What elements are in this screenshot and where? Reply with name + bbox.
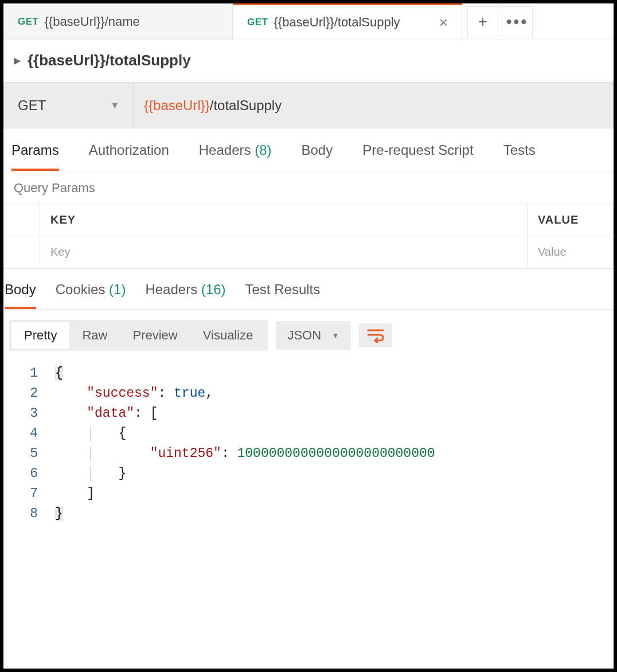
url-variable: {{baseUrl}}: [144, 97, 210, 114]
resp-tab-cookies[interactable]: Cookies (1): [56, 282, 126, 309]
code-line: "success": true,: [55, 384, 213, 404]
query-params-label: Query Params: [3, 171, 614, 204]
resp-tab-headers-label: Headers: [145, 282, 197, 297]
value-column-header: VALUE: [528, 204, 614, 236]
plus-icon: +: [478, 13, 487, 31]
chevron-down-icon: ▼: [110, 100, 119, 111]
request-title: {{baseUrl}}/totalSupply: [28, 52, 191, 69]
method-select-value: GET: [18, 97, 46, 114]
cookies-count: (1): [109, 282, 126, 297]
tab-options-button[interactable]: •••: [502, 6, 533, 37]
row-checkbox[interactable]: [3, 236, 40, 268]
line-number: 1: [3, 364, 55, 384]
code-line: ]: [55, 484, 95, 504]
resp-tab-cookies-label: Cookies: [56, 282, 106, 297]
tab-headers[interactable]: Headers (8): [199, 142, 272, 171]
table-header-row: KEY VALUE: [3, 204, 614, 236]
tab-params[interactable]: Params: [11, 142, 59, 171]
url-path: /totalSupply: [210, 97, 282, 114]
url-input[interactable]: {{baseUrl}}/totalSupply: [134, 83, 613, 128]
new-tab-button[interactable]: +: [467, 6, 498, 37]
line-number: 8: [3, 504, 55, 524]
line-number: 2: [3, 384, 55, 404]
tab-authorization[interactable]: Authorization: [89, 142, 169, 171]
tab-headers-label: Headers: [199, 142, 251, 158]
wrap-lines-button[interactable]: [359, 323, 392, 347]
value-input[interactable]: Value: [528, 236, 614, 268]
resp-tab-testresults[interactable]: Test Results: [245, 282, 321, 309]
response-tabs: Body Cookies (1) Headers (16) Test Resul…: [3, 269, 614, 310]
view-raw[interactable]: Raw: [69, 322, 120, 349]
code-line: "data": [: [55, 404, 158, 424]
query-params-table: KEY VALUE Key Value: [3, 204, 614, 269]
tab-name[interactable]: GET {{baseUrl}}/name: [3, 3, 233, 40]
line-number: 4: [3, 424, 55, 444]
tab-label: {{baseUrl}}/totalSupply: [274, 15, 400, 30]
table-row: Key Value: [3, 236, 614, 268]
view-preview[interactable]: Preview: [120, 322, 190, 349]
http-method-badge: GET: [247, 17, 268, 28]
close-icon[interactable]: ×: [439, 15, 448, 30]
method-select[interactable]: GET ▼: [4, 83, 134, 128]
http-method-badge: GET: [18, 16, 38, 28]
request-tabs: Params Authorization Headers (8) Body Pr…: [3, 128, 614, 171]
code-line: │ "uint256": 1000000000000000000000000: [55, 444, 435, 464]
checkbox-column-header: [3, 204, 40, 236]
resp-headers-count: (16): [201, 282, 226, 297]
language-value: JSON: [287, 328, 321, 343]
request-title-row: ▶ {{baseUrl}}/totalSupply: [3, 40, 614, 83]
chevron-down-icon: ▼: [331, 331, 339, 340]
line-number: 7: [3, 484, 55, 504]
resp-tab-body[interactable]: Body: [5, 282, 36, 309]
view-mode-segment: Pretty Raw Preview Visualize: [9, 320, 268, 351]
ellipsis-icon: •••: [506, 13, 528, 31]
expand-caret-icon[interactable]: ▶: [14, 55, 21, 66]
tab-label: {{baseUrl}}/name: [44, 14, 139, 29]
key-column-header: KEY: [40, 204, 528, 236]
tab-totalsupply[interactable]: GET {{baseUrl}}/totalSupply ×: [233, 3, 462, 40]
tab-body[interactable]: Body: [302, 142, 333, 171]
tab-prerequest[interactable]: Pre-request Script: [362, 142, 473, 171]
tab-tests[interactable]: Tests: [503, 142, 536, 171]
line-number: 5: [3, 444, 55, 464]
view-pretty[interactable]: Pretty: [11, 322, 69, 349]
line-number: 6: [3, 464, 55, 484]
view-visualize[interactable]: Visualize: [190, 322, 266, 349]
response-body[interactable]: 1{ 2 "success": true, 3 "data": [ 4 │ { …: [3, 361, 614, 541]
request-bar: GET ▼ {{baseUrl}}/totalSupply: [3, 83, 614, 128]
resp-tab-headers[interactable]: Headers (16): [145, 282, 225, 309]
code-line: }: [55, 504, 63, 524]
line-number: 3: [3, 404, 55, 424]
response-language-select[interactable]: JSON ▼: [276, 321, 351, 350]
headers-count: (8): [255, 142, 271, 158]
code-line: │ {: [55, 424, 126, 444]
response-view-toolbar: Pretty Raw Preview Visualize JSON ▼: [3, 310, 614, 361]
tab-actions: + •••: [466, 3, 534, 40]
tab-strip: GET {{baseUrl}}/name GET {{baseUrl}}/tot…: [3, 3, 614, 40]
wrap-icon: [367, 328, 384, 343]
code-line: {: [55, 364, 63, 384]
code-line: │ }: [55, 464, 126, 484]
key-input[interactable]: Key: [40, 236, 528, 268]
